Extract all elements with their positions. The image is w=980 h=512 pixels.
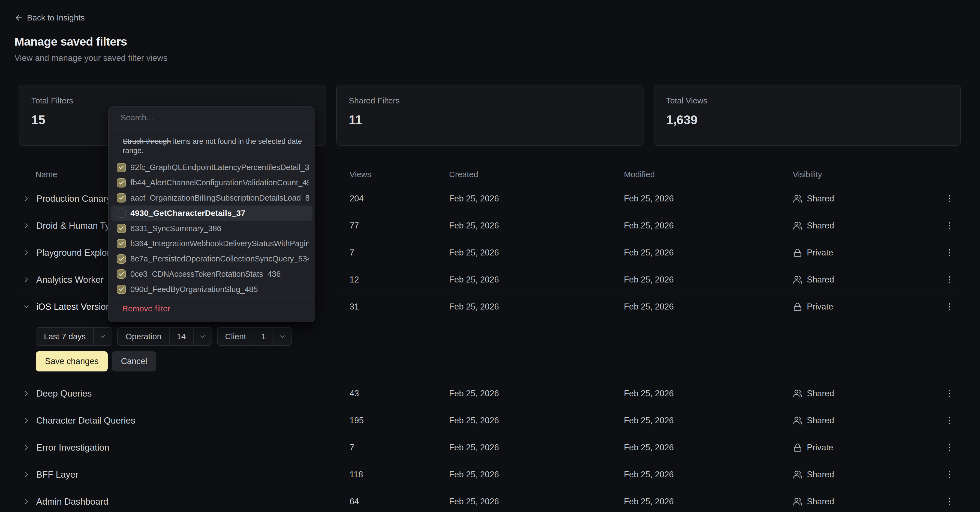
shared-users-icon: [793, 470, 802, 480]
note-strikethrough-sample: Struck-through: [123, 137, 171, 145]
checkbox[interactable]: [117, 254, 126, 264]
chevron-right-icon[interactable]: [22, 416, 31, 426]
chevron-right-icon[interactable]: [22, 389, 31, 399]
row-menu-kebab-icon[interactable]: [944, 220, 955, 231]
dropdown-item[interactable]: 6331_SyncSummary_386: [111, 221, 312, 236]
table-row[interactable]: Admin Dashboard 64 Feb 25, 2026 Feb 25, …: [19, 488, 961, 512]
column-header-modified: Modified: [624, 170, 793, 179]
views-value: 31: [350, 302, 449, 312]
check-icon: [118, 164, 124, 171]
checkbox[interactable]: [117, 209, 126, 218]
table-row[interactable]: Character Detail Queries 195 Feb 25, 202…: [19, 407, 961, 434]
chevron-right-icon[interactable]: [22, 443, 31, 453]
client-label: Client: [218, 328, 254, 345]
chevron-right-icon[interactable]: [22, 497, 31, 507]
created-date: Feb 25, 2026: [449, 443, 624, 453]
dropdown-item[interactable]: 92fc_GraphQLEndpointLatencyPercentilesDe…: [111, 160, 312, 175]
page-title: Manage saved filters: [14, 35, 167, 48]
checkbox[interactable]: [117, 193, 126, 203]
operation-chip[interactable]: Operation 14: [117, 327, 212, 346]
visibility-label: Shared: [807, 194, 834, 204]
chevron-right-icon[interactable]: [22, 194, 31, 204]
cancel-button[interactable]: Cancel: [112, 351, 156, 372]
chevron-right-icon[interactable]: [22, 470, 31, 480]
views-value: 118: [350, 470, 449, 480]
visibility-label: Shared: [807, 416, 834, 426]
operation-label: Operation: [118, 328, 169, 345]
table-row[interactable]: Error Investigation 7 Feb 25, 2026 Feb 2…: [19, 434, 961, 461]
chevron-down-icon[interactable]: [194, 328, 212, 345]
modified-date: Feb 25, 2026: [624, 194, 793, 204]
modified-date: Feb 25, 2026: [624, 389, 793, 399]
chevron-right-icon[interactable]: [22, 275, 31, 285]
stat-value: 11: [349, 112, 631, 127]
modified-date: Feb 25, 2026: [624, 275, 793, 285]
check-icon: [118, 180, 124, 186]
client-chip[interactable]: Client 1: [217, 327, 292, 346]
table-row[interactable]: Deep Queries 43 Feb 25, 2026 Feb 25, 202…: [19, 380, 961, 407]
check-icon: [118, 195, 124, 201]
views-value: 64: [350, 497, 449, 507]
back-to-insights-link[interactable]: Back to Insights: [14, 13, 167, 22]
shared-users-icon: [793, 194, 802, 204]
created-date: Feb 25, 2026: [449, 470, 624, 480]
dropdown-item-label: 6331_SyncSummary_386: [130, 224, 221, 233]
dropdown-item-label: 4930_GetCharacterDetails_37: [130, 209, 245, 218]
dropdown-item[interactable]: b364_IntegrationWebhookDeliveryStatusWit…: [111, 236, 312, 251]
checkbox[interactable]: [117, 285, 126, 294]
shared-users-icon: [793, 416, 802, 426]
save-changes-button[interactable]: Save changes: [36, 351, 108, 372]
filter-items-dropdown: Struck-through items are not found in th…: [108, 107, 315, 322]
column-header-views: Views: [350, 170, 449, 179]
chevron-right-icon[interactable]: [22, 221, 31, 231]
dropdown-search: [108, 107, 315, 129]
page-header: Back to Insights Manage saved filters Vi…: [14, 13, 167, 63]
checkbox[interactable]: [117, 163, 126, 172]
dropdown-item[interactable]: fb44_AlertChannelConfigurationValidation…: [111, 175, 312, 190]
check-icon: [118, 256, 124, 262]
checkbox[interactable]: [117, 239, 126, 248]
row-menu-kebab-icon[interactable]: [944, 469, 955, 480]
shared-users-icon: [793, 497, 802, 507]
filter-name: Droid & Human Type: [36, 220, 120, 231]
filter-name: Production Canary: [36, 193, 111, 204]
chevron-down-icon[interactable]: [22, 302, 31, 312]
chevron-down-icon[interactable]: [94, 328, 112, 345]
checkbox[interactable]: [117, 224, 126, 233]
back-link-label: Back to Insights: [27, 13, 85, 22]
date-range-chip[interactable]: Last 7 days: [36, 327, 112, 346]
chevron-down-icon[interactable]: [274, 328, 291, 345]
row-menu-kebab-icon[interactable]: [944, 247, 955, 258]
shared-users-icon: [793, 389, 802, 399]
chevron-right-icon[interactable]: [22, 248, 31, 258]
modified-date: Feb 25, 2026: [624, 470, 793, 480]
stat-label: Total Filters: [31, 96, 313, 105]
visibility-label: Private: [807, 248, 833, 258]
row-menu-kebab-icon[interactable]: [944, 388, 955, 399]
client-count: 1: [254, 328, 273, 345]
row-menu-kebab-icon[interactable]: [944, 442, 955, 453]
stat-label: Shared Filters: [349, 96, 631, 105]
search-input[interactable]: [108, 113, 315, 122]
dropdown-item-label: 0ce3_CDNAccessTokenRotationStats_436: [130, 270, 281, 279]
dropdown-item[interactable]: 4930_GetCharacterDetails_37: [111, 206, 312, 221]
remove-filter-button[interactable]: Remove filter: [108, 297, 315, 322]
checkbox[interactable]: [117, 178, 126, 188]
row-menu-kebab-icon[interactable]: [944, 415, 955, 426]
page-subtitle: View and manage your saved filter views: [14, 53, 167, 63]
dropdown-item[interactable]: 8e7a_PersistedOperationCollectionSyncQue…: [111, 251, 312, 266]
lock-icon: [793, 443, 802, 453]
row-menu-kebab-icon[interactable]: [944, 193, 955, 204]
dropdown-item[interactable]: 0ce3_CDNAccessTokenRotationStats_436: [111, 266, 312, 282]
dropdown-item-label: b364_IntegrationWebhookDeliveryStatusWit…: [130, 239, 309, 248]
dropdown-item[interactable]: 090d_FeedByOrganizationSlug_485: [111, 282, 312, 297]
row-menu-kebab-icon[interactable]: [944, 496, 955, 507]
checkbox[interactable]: [117, 270, 126, 279]
dropdown-item[interactable]: aacf_OrganizationBillingSubscriptionDeta…: [111, 190, 312, 206]
check-icon: [118, 225, 124, 231]
row-menu-kebab-icon[interactable]: [944, 274, 955, 285]
row-menu-kebab-icon[interactable]: [944, 301, 955, 312]
created-date: Feb 25, 2026: [449, 248, 624, 258]
table-row[interactable]: BFF Layer 118 Feb 25, 2026 Feb 25, 2026 …: [19, 461, 961, 488]
visibility-label: Shared: [807, 221, 834, 231]
